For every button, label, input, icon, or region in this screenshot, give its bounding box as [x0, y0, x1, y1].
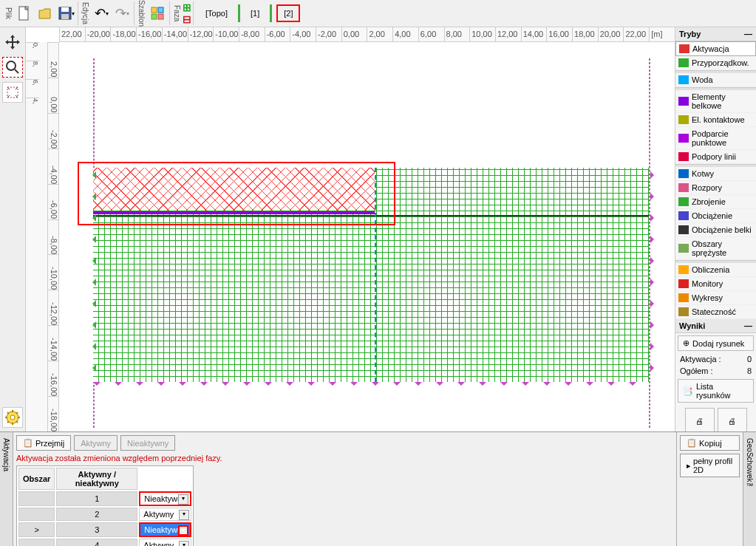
- copy-button[interactable]: 📋 Kopiuj: [680, 435, 740, 451]
- mode-icon: [678, 265, 689, 274]
- mode-obszaryspryste[interactable]: Obszary sprężyste: [675, 237, 756, 260]
- mode-icon: [678, 183, 689, 192]
- horizontal-ruler: 22,00-20,00-18,00-16,00-14,00-12,00-10,0…: [59, 27, 675, 42]
- file-label: Plik: [3, 6, 14, 21]
- svg-point-8: [7, 61, 16, 70]
- table-row[interactable]: 2Aktywny▾: [18, 508, 191, 521]
- minimize-modes-button[interactable]: —: [744, 30, 752, 38]
- svg-line-19: [16, 412, 18, 414]
- mode-icon: [678, 75, 689, 84]
- mode-stateczno[interactable]: Stateczność: [675, 305, 756, 319]
- svg-line-18: [16, 421, 18, 423]
- svg-rect-7: [158, 14, 163, 19]
- move-tool[interactable]: [2, 32, 23, 52]
- table-row[interactable]: 1Nieaktywny▾: [18, 491, 191, 506]
- set-inactive-button[interactable]: Nieaktywny: [120, 435, 175, 451]
- mode-icon: [678, 152, 689, 161]
- fit-tool[interactable]: [2, 82, 23, 103]
- mode-woda[interactable]: Woda: [675, 73, 756, 87]
- geoclipboard-tab[interactable]: GeoSchowek™: [743, 432, 756, 546]
- main-toolbar: Plik ▾ Edycja ↶▾ ↷▾ Szablon Faza ⊞ ⊟ [To…: [0, 0, 756, 27]
- drawing-canvas[interactable]: 22,00-20,00-18,00-16,00-14,00-12,00-10,0…: [26, 27, 675, 431]
- undo-button[interactable]: ↶▾: [91, 3, 112, 24]
- mode-obcienie[interactable]: Obciążenie: [675, 209, 756, 223]
- mode-monitory[interactable]: Monitory: [675, 277, 756, 291]
- dropdown-arrow-icon[interactable]: ▾: [178, 525, 188, 536]
- remove-phase-button[interactable]: ⊟: [183, 13, 191, 25]
- mode-obcieniebelki[interactable]: Obciążenie belki: [675, 223, 756, 237]
- mode-icon: [678, 279, 689, 288]
- phase-label: Faza: [171, 4, 183, 23]
- new-file-button[interactable]: [14, 3, 35, 24]
- take-over-button[interactable]: 📋 Przejmij: [16, 435, 71, 451]
- mode-wykresy[interactable]: Wykresy: [675, 291, 756, 305]
- modes-header: Tryby: [679, 30, 701, 38]
- mode-icon: [679, 44, 689, 53]
- phase-2[interactable]: [2]: [276, 4, 300, 22]
- mode-icon: [678, 197, 689, 206]
- mode-zbrojenie[interactable]: Zbrojenie: [675, 195, 756, 209]
- mode-icon: [678, 134, 689, 143]
- mode-icon: [678, 211, 689, 220]
- left-toolbox: [0, 27, 26, 431]
- svg-point-12: [10, 415, 15, 420]
- svg-rect-5: [158, 7, 163, 13]
- svg-line-9: [15, 69, 18, 73]
- mode-icon: [678, 97, 689, 106]
- table-row[interactable]: 4Aktywny▾: [18, 539, 191, 546]
- activation-tab[interactable]: Aktywacja: [0, 432, 13, 546]
- vertical-ruler: 2,000,00-2,00-4,00-6,00-8,00-10,00-12,00…: [48, 42, 59, 431]
- drawing-list-button[interactable]: 📑 Lista rysunków: [678, 379, 754, 403]
- mode-elkontaktowe[interactable]: El. kontaktowe: [675, 113, 756, 127]
- mode-icon: [678, 244, 689, 253]
- save-button[interactable]: ▾: [55, 3, 76, 24]
- bottom-panel: Aktywacja 📋 Przejmij Aktywny Nieaktywny …: [0, 431, 756, 546]
- svg-line-20: [7, 421, 9, 423]
- mode-obliczenia[interactable]: Obliczenia: [675, 263, 756, 277]
- redo-button[interactable]: ↷▾: [112, 3, 132, 24]
- results-header: Wyniki: [679, 321, 705, 330]
- template-label: Szablon: [136, 0, 147, 28]
- mode-icon: [678, 293, 689, 302]
- table-row[interactable]: >3Nieaktywny▾: [18, 522, 191, 537]
- mode-elementybelkowe[interactable]: Elementy belkowe: [675, 90, 756, 113]
- mode-icon: [678, 169, 689, 178]
- dropdown-arrow-icon[interactable]: ▾: [179, 541, 189, 546]
- mode-podporylinii[interactable]: Podpory linii: [675, 150, 756, 164]
- modes-panel: Tryby— AktywacjaPrzyporządkow.WodaElemen…: [675, 27, 756, 431]
- selection-highlight: [78, 162, 395, 225]
- mode-przyporzdkow[interactable]: Przyporządkow.: [675, 56, 756, 70]
- mode-podparciepunktowe[interactable]: Podparcie punktowe: [675, 127, 756, 150]
- svg-rect-2: [61, 7, 69, 12]
- status-message: Aktywacja została zmieniona względem pop…: [16, 454, 673, 463]
- minimize-results-button[interactable]: —: [744, 321, 752, 330]
- edit-label: Edycja: [80, 1, 91, 26]
- svg-rect-4: [151, 7, 157, 13]
- svg-rect-6: [151, 14, 157, 19]
- print-color-button[interactable]: 🖨: [718, 408, 747, 431]
- mode-kotwy[interactable]: Kotwy: [675, 167, 756, 181]
- dropdown-arrow-icon[interactable]: ▾: [178, 494, 188, 505]
- zoom-tool[interactable]: [2, 57, 23, 78]
- mode-aktywacja[interactable]: Aktywacja: [675, 41, 756, 56]
- print-bw-button[interactable]: 🖨: [685, 408, 715, 431]
- phase-topo[interactable]: [Topo]: [200, 6, 234, 21]
- full-profile-button[interactable]: ▸ pełny profil 2D: [680, 454, 740, 477]
- svg-line-17: [7, 412, 9, 414]
- mode-icon: [678, 115, 689, 124]
- regions-table[interactable]: ObszarAktywny / nieaktywny 1Nieaktywny▾2…: [16, 465, 194, 546]
- dropdown-arrow-icon[interactable]: ▾: [179, 510, 189, 520]
- mode-icon: [678, 58, 689, 67]
- settings-button[interactable]: [2, 407, 23, 428]
- template-button[interactable]: [147, 3, 168, 24]
- add-phase-button[interactable]: ⊞: [183, 1, 191, 13]
- phase-1[interactable]: [1]: [245, 6, 265, 21]
- mode-rozpory[interactable]: Rozpory: [675, 181, 756, 195]
- set-active-button[interactable]: Aktywny: [74, 435, 118, 451]
- mode-icon: [678, 307, 689, 316]
- add-drawing-button[interactable]: ⊕ Dodaj rysunek: [678, 335, 754, 351]
- mode-icon: [678, 225, 689, 234]
- svg-rect-3: [61, 14, 69, 19]
- open-file-button[interactable]: [35, 3, 55, 24]
